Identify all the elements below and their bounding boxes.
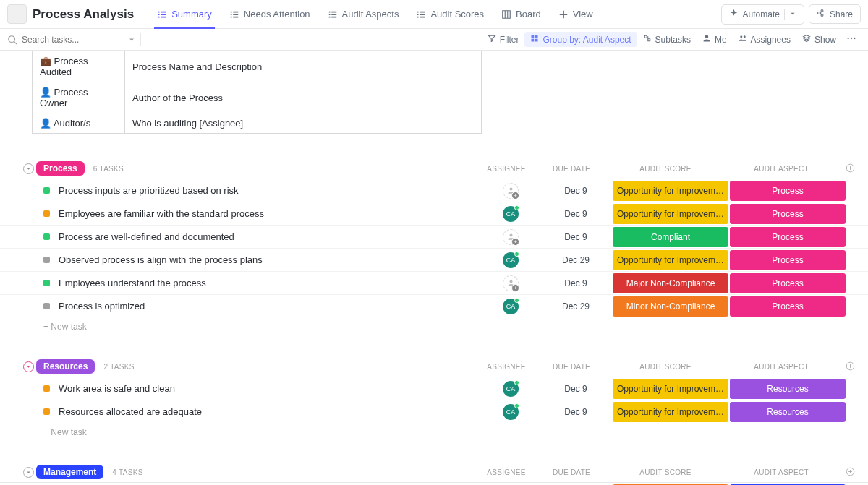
avatar[interactable]: CA: [503, 252, 519, 268]
meta-value[interactable]: Author of the Process: [125, 82, 482, 113]
col-header-assignee[interactable]: ASSIGNEE: [477, 468, 535, 476]
audit-score[interactable]: Opportunity for Improvem…: [613, 204, 728, 224]
add-column-button[interactable]: [839, 163, 861, 174]
task-row[interactable]: Resources allocated are adequate CA Dec …: [0, 400, 868, 423]
due-date[interactable]: Dec 29: [540, 255, 612, 265]
audit-aspect[interactable]: Resources: [730, 402, 846, 422]
add-column-button[interactable]: [839, 467, 861, 478]
col-header-date[interactable]: DUE DATE: [535, 363, 608, 371]
col-header-assignee[interactable]: ASSIGNEE: [477, 363, 535, 371]
task-row[interactable]: Work area is safe and clean CA Dec 9 Opp…: [0, 377, 868, 400]
collapse-toggle[interactable]: [23, 361, 34, 372]
due-date[interactable]: Dec 9: [540, 384, 612, 394]
task-name[interactable]: Resources allocated are adequate: [59, 406, 482, 417]
avatar-unassigned[interactable]: +: [503, 183, 519, 199]
task-name[interactable]: Process inputs are prioritized based on …: [59, 185, 482, 196]
task-row[interactable]: Process are well-defined and documented …: [0, 225, 868, 248]
tab-summary[interactable]: Summary: [148, 0, 221, 29]
search-input[interactable]: [22, 35, 123, 45]
show-button[interactable]: Show: [796, 32, 842, 47]
app-logo[interactable]: [7, 4, 27, 24]
audit-aspect[interactable]: Process: [730, 181, 846, 201]
group-pill[interactable]: Management: [36, 465, 103, 479]
collapse-toggle[interactable]: [23, 467, 34, 478]
task-name[interactable]: Work area is safe and clean: [59, 383, 482, 394]
avatar[interactable]: CA: [503, 381, 519, 397]
audit-aspect[interactable]: Process: [730, 250, 846, 270]
task-name[interactable]: Process are well-defined and documented: [59, 231, 482, 242]
audit-score[interactable]: Minor Non-Compliance: [613, 296, 728, 317]
more-menu[interactable]: [842, 31, 861, 48]
task-row[interactable]: Success metrics are consistent with busi…: [0, 482, 868, 485]
group-pill[interactable]: Resources: [36, 359, 95, 374]
due-date[interactable]: Dec 9: [540, 232, 612, 242]
task-name[interactable]: Employees are familiar with the standard…: [59, 208, 482, 219]
me-button[interactable]: Me: [697, 32, 733, 47]
add-column-button[interactable]: [839, 361, 861, 372]
status-square[interactable]: [43, 280, 50, 286]
tab-audit-aspects[interactable]: Audit Aspects: [319, 0, 408, 29]
task-row[interactable]: Employees are familiar with the standard…: [0, 202, 868, 225]
group-by-button[interactable]: Group by: Audit Aspect: [524, 32, 637, 47]
audit-score[interactable]: Opportunity for Improvem…: [613, 379, 728, 399]
status-square[interactable]: [43, 408, 50, 415]
audit-aspect[interactable]: Process: [730, 273, 846, 293]
col-header-aspect[interactable]: AUDIT ASPECT: [723, 363, 839, 371]
status-square[interactable]: [43, 233, 50, 240]
task-row[interactable]: Employees understand the process + Dec 9…: [0, 271, 868, 294]
col-header-aspect[interactable]: AUDIT ASPECT: [723, 165, 839, 173]
avatar[interactable]: CA: [503, 206, 519, 222]
due-date[interactable]: Dec 29: [540, 301, 612, 312]
status-square[interactable]: [43, 385, 50, 392]
audit-score[interactable]: Opportunity for Improvem…: [613, 250, 728, 270]
col-header-score[interactable]: AUDIT SCORE: [608, 363, 723, 371]
due-date[interactable]: Dec 9: [540, 278, 612, 288]
col-header-assignee[interactable]: ASSIGNEE: [477, 165, 535, 173]
col-header-date[interactable]: DUE DATE: [535, 165, 608, 173]
audit-score[interactable]: Opportunity for Improvem…: [613, 181, 728, 201]
new-task-button[interactable]: + New task: [0, 423, 868, 437]
avatar-unassigned[interactable]: +: [503, 229, 519, 245]
status-square[interactable]: [43, 210, 50, 217]
audit-aspect[interactable]: Process: [730, 204, 846, 224]
task-name[interactable]: Observed process is align with the proce…: [59, 254, 482, 265]
audit-aspect[interactable]: Resources: [730, 379, 846, 399]
audit-aspect[interactable]: Process: [730, 227, 846, 247]
avatar-unassigned[interactable]: +: [503, 275, 519, 291]
status-square[interactable]: [43, 303, 50, 309]
task-name[interactable]: Employees understand the process: [59, 278, 482, 288]
audit-score[interactable]: Opportunity for Improvem…: [613, 402, 728, 422]
task-row[interactable]: Process is optimized CA Dec 29 Minor Non…: [0, 294, 868, 317]
filter-button[interactable]: Filter: [482, 32, 525, 47]
task-row[interactable]: Observed process is align with the proce…: [0, 248, 868, 271]
audit-score[interactable]: Major Non-Compliance: [613, 273, 728, 293]
meta-value[interactable]: Process Name and Description: [125, 51, 482, 82]
meta-value[interactable]: Who is auditing [Assignee]: [125, 113, 482, 134]
status-square[interactable]: [43, 187, 50, 194]
due-date[interactable]: Dec 9: [540, 186, 612, 196]
due-date[interactable]: Dec 9: [540, 209, 612, 219]
audit-aspect[interactable]: Process: [730, 296, 846, 317]
col-header-score[interactable]: AUDIT SCORE: [608, 468, 723, 476]
collapse-toggle[interactable]: [23, 163, 34, 174]
col-header-score[interactable]: AUDIT SCORE: [608, 165, 723, 173]
task-row[interactable]: Process inputs are prioritized based on …: [0, 179, 868, 202]
avatar[interactable]: CA: [503, 404, 519, 420]
col-header-date[interactable]: DUE DATE: [535, 468, 608, 476]
tab-audit-scores[interactable]: Audit Scores: [407, 0, 493, 29]
status-square[interactable]: [43, 257, 50, 263]
avatar[interactable]: CA: [503, 299, 519, 314]
due-date[interactable]: Dec 9: [540, 407, 612, 417]
tab-board[interactable]: Board: [493, 0, 550, 29]
new-task-button[interactable]: + New task: [0, 317, 868, 332]
task-name[interactable]: Process is optimized: [59, 301, 482, 312]
tab-needs-attention[interactable]: Needs Attention: [221, 0, 319, 29]
tab-view-add[interactable]: View: [550, 0, 602, 29]
assignees-button[interactable]: Assignees: [733, 32, 796, 47]
chevron-down-icon[interactable]: [127, 35, 136, 44]
subtasks-button[interactable]: Subtasks: [637, 32, 697, 47]
col-header-aspect[interactable]: AUDIT ASPECT: [723, 468, 839, 476]
share-button[interactable]: Share: [809, 4, 861, 24]
audit-score[interactable]: Compliant: [613, 227, 728, 247]
automate-button[interactable]: Automate: [721, 4, 804, 25]
